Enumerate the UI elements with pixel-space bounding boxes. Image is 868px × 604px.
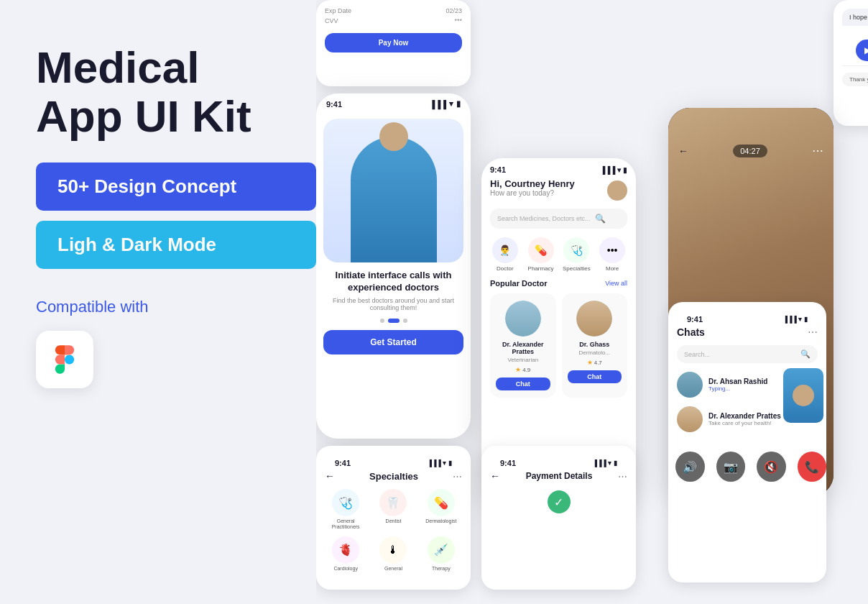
exp-val: 02/23 [445, 7, 462, 14]
status-icons-2: ▐▐▐ ▾ ▮ [600, 166, 627, 174]
compatible-label: Compatible with [36, 298, 280, 316]
chats-header: Chats ⋯ [677, 326, 818, 338]
chat-preview-2: Take care of your health! [708, 420, 791, 426]
spec-icon-5: 🌡 [379, 536, 407, 564]
video-overlay-top: ← 04:27 ⋯ [668, 108, 834, 165]
doctor-specialty-2: Dermatolo... [578, 349, 610, 356]
status-icons-1: ▐▐▐ ▾ ▮ [430, 99, 461, 109]
left-panel: Medical App UI Kit 50+ Design Concept Li… [0, 0, 316, 604]
specialties-icon: 🩺 [563, 237, 589, 263]
play-icon: ▶ [864, 45, 868, 55]
chat-preview-1: Typing... [708, 385, 791, 392]
spec-item-4[interactable]: 🫀 Cardiology [325, 536, 366, 572]
figma-icon [36, 331, 93, 388]
doctor-name-1: Dr. Alexander Prattes [496, 341, 550, 355]
payment-header: ← Payment Details ⋯ [490, 470, 627, 482]
more-label: More [606, 265, 619, 272]
status-bar-chats: 9:41 ▐▐▐ ▾ ▮ [677, 309, 818, 326]
doctor-card-2: Dr. Ghass Dermatolo... ★ 4.7 Chat [562, 293, 628, 398]
doctor-rating-1: ★ 4.9 [515, 366, 530, 373]
spec-item-gp[interactable]: 🩺 General Practitioners [325, 489, 366, 531]
search-bar[interactable]: Search Medicines, Doctors etc... 🔍 [490, 209, 627, 229]
spec-label-5: General [384, 566, 402, 572]
back-arrow-pay[interactable]: ← [490, 470, 500, 482]
cvv-label: CVV [325, 17, 338, 24]
signal-spec: ▐▐▐ ▾ ▮ [428, 459, 452, 467]
speaker-button[interactable]: 🔊 [675, 452, 705, 482]
chats-search-icon: 🔍 [800, 349, 811, 359]
spec-icon-6: 💉 [428, 536, 455, 564]
dentist-label: Dentist [386, 518, 402, 524]
pay-more-icon[interactable]: ⋯ [618, 471, 627, 482]
chats-more-icon[interactable]: ⋯ [808, 326, 818, 338]
search-icon: 🔍 [595, 214, 606, 224]
spec-more-icon[interactable]: ⋯ [453, 471, 462, 482]
video-mini-preview [782, 367, 825, 424]
doctor-name-2: Dr. Ghass [579, 341, 609, 348]
greeting-text: Hi, Courtney Henry [490, 178, 575, 189]
chat-input[interactable]: Thank you, doctor! [842, 73, 868, 86]
dot-2-active [388, 319, 400, 323]
category-specialties[interactable]: 🩺 Specialties [562, 237, 592, 272]
chat-button-1[interactable]: Chat [496, 378, 550, 390]
time-1: 9:41 [326, 100, 342, 109]
onboard-subtitle: Find the best doctors around you and sta… [323, 297, 463, 311]
category-more[interactable]: ••• More [597, 237, 627, 272]
message-time: 6:10 AM [842, 30, 868, 37]
pharmacy-label: Pharmacy [528, 265, 554, 272]
view-all-link[interactable]: View all [605, 280, 627, 287]
pay-now-button[interactable]: Pay Now [325, 33, 462, 52]
signal-pay: ▐▐▐ ▾ ▮ [593, 459, 617, 467]
doctor-icon: 👨‍⚕️ [492, 237, 518, 263]
exp-label: Exp Date [325, 7, 351, 14]
more-options-icon[interactable]: ⋯ [812, 144, 823, 157]
chat-input-row: Thank you, doctor! 🎤 ➤ [842, 65, 868, 88]
doctor-label: Doctor [497, 265, 514, 272]
spec-item-dentist[interactable]: 🦷 Dentist [372, 489, 414, 531]
time-chats: 9:41 [687, 315, 703, 324]
right-area: Exp Date 02/23 CVV *** Pay Now 9:41 ▐▐▐ … [316, 0, 868, 604]
signal-icon-2: ▐▐▐ ▾ ▮ [600, 166, 627, 174]
status-bar-spec: 9:41 ▐▐▐ ▾ ▮ [325, 453, 462, 470]
chat-info-2: Dr. Alexander Prattes Take care of your … [708, 412, 791, 426]
chats-search[interactable]: Search... 🔍 [677, 345, 818, 363]
back-arrow-spec[interactable]: ← [325, 470, 335, 482]
call-timer: 04:27 [733, 145, 767, 157]
badge-dark-mode: Ligh & Dark Mode [36, 221, 316, 269]
star-icon: ★ [515, 366, 521, 373]
status-icons-spec: ▐▐▐ ▾ ▮ [428, 459, 452, 467]
spec-label-4: Cardiology [333, 566, 357, 572]
dermatologist-icon: 💊 [428, 489, 455, 516]
chats-search-placeholder: Search... [684, 351, 710, 358]
gp-label: General Practitioners [325, 518, 366, 531]
spec-item-6[interactable]: 💉 Therapy [420, 536, 462, 572]
spec-item-5[interactable]: 🌡 General [372, 536, 414, 572]
status-icons-chats: ▐▐▐ ▾ ▮ [783, 316, 808, 323]
chat-name-1: Dr. Ahsan Rashid [708, 378, 791, 385]
chat-info-1: Dr. Ahsan Rashid Typing... [708, 378, 791, 392]
get-started-button[interactable]: Get Started [323, 330, 463, 354]
mute-button[interactable]: 🔇 [757, 452, 786, 482]
popular-doctor-header: Popular Doctor View all [490, 279, 627, 288]
rating-num-2: 4.7 [594, 360, 602, 366]
doctor-avatar-1 [505, 301, 541, 337]
check-circle-icon: ✓ [548, 490, 571, 513]
greeting-row: Hi, Courtney Henry How are you today? [490, 178, 627, 203]
doctor-specialty-1: Veterinarian [507, 357, 538, 363]
chat-button-2[interactable]: Chat [568, 370, 622, 383]
camera-button[interactable]: 📷 [716, 452, 746, 482]
chat-avatar-2 [677, 406, 703, 432]
chat-bubble-received: I hope this helps! :) [842, 9, 868, 26]
main-title: Medical App UI Kit [36, 43, 280, 141]
wifi-icon: ▾ [449, 99, 453, 109]
chats-title: Chats [677, 326, 705, 338]
back-arrow-icon[interactable]: ← [678, 145, 688, 157]
category-pharmacy[interactable]: 💊 Pharmacy [526, 237, 556, 272]
category-doctor[interactable]: 👨‍⚕️ Doctor [490, 237, 520, 272]
end-call-button[interactable]: 📞 [798, 452, 827, 482]
star-icon-2: ★ [587, 359, 593, 366]
phone-onboarding: 9:41 ▐▐▐ ▾ ▮ Initiate interface calls wi… [316, 93, 471, 439]
more-icon: ••• [599, 237, 625, 263]
specialties-title: Specialties [369, 471, 418, 482]
spec-item-dermatologist[interactable]: 💊 Dermatologist [420, 489, 462, 531]
